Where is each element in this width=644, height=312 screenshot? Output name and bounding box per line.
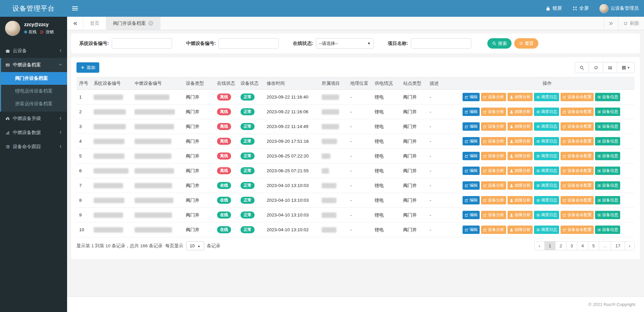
action-edit-button[interactable]: 设备分析: [481, 167, 506, 175]
table-search-button[interactable]: [575, 62, 589, 73]
sidebar-item-link[interactable]: 中燃设备升级: [0, 112, 67, 126]
sidebar-subitem[interactable]: 阀门井设备档案: [1, 72, 67, 85]
action-list-button[interactable]: 设备信息: [595, 196, 620, 204]
action-list-button[interactable]: 设备信息: [595, 226, 620, 234]
action-edit-button[interactable]: 设备命令配置: [560, 122, 594, 131]
system-device-no-input[interactable]: [112, 38, 172, 49]
action-list-button[interactable]: 设备信息: [595, 122, 620, 131]
action-edit-button[interactable]: 编辑: [463, 181, 480, 190]
page-link[interactable]: 17: [611, 241, 625, 250]
page-link[interactable]: 1: [544, 241, 556, 250]
action-edit-button[interactable]: 设备命令配置: [560, 167, 594, 175]
tab-valve-well-archive[interactable]: 阀门井设备档案 ×: [106, 17, 160, 30]
fullscreen-button[interactable]: 全屏: [567, 0, 594, 17]
page-link[interactable]: ‹: [534, 241, 545, 250]
action-list-button[interactable]: 调度日志: [534, 211, 559, 219]
page-link[interactable]: 5: [588, 241, 599, 250]
action-user-button[interactable]: 故障分析: [507, 137, 533, 145]
action-edit-button[interactable]: 设备分析: [481, 196, 506, 204]
reset-button[interactable]: 重置: [514, 38, 538, 49]
user-menu[interactable]: 云设备管理员: [594, 0, 644, 17]
status-link[interactable]: 在线: [29, 29, 37, 35]
online-status-select[interactable]: --请选择-- ▼: [316, 38, 374, 49]
page-link[interactable]: 2: [555, 241, 567, 250]
action-user-button[interactable]: 故障分析: [507, 211, 533, 219]
page-link[interactable]: 4: [577, 241, 588, 250]
action-edit-button[interactable]: 设备命令配置: [560, 196, 594, 204]
action-list-button[interactable]: 设备信息: [595, 167, 620, 175]
action-list-button[interactable]: 设备信息: [595, 181, 620, 190]
action-user-button[interactable]: 故障分析: [507, 181, 533, 190]
tab-close-icon[interactable]: ×: [148, 21, 153, 26]
action-edit-button[interactable]: 设备命令配置: [560, 181, 594, 190]
table-refresh-button[interactable]: [589, 62, 603, 73]
sidebar-item-link[interactable]: 云设备: [0, 44, 67, 58]
logout-link[interactable]: 注销: [46, 29, 54, 35]
action-edit-button[interactable]: 编辑: [463, 108, 480, 116]
sidebar-item-link[interactable]: 设备命令跟踪: [0, 140, 67, 154]
action-list-button[interactable]: 设备信息: [595, 137, 620, 145]
search-button[interactable]: 搜索: [487, 38, 512, 49]
toggle-view-button[interactable]: [603, 62, 617, 73]
action-edit-button[interactable]: 编辑: [463, 226, 480, 234]
action-edit-button[interactable]: 设备命令配置: [560, 108, 594, 116]
sidebar-item-link[interactable]: 中燃设备数据: [0, 126, 67, 140]
action-list-button[interactable]: 调度日志: [534, 137, 559, 145]
action-edit-button[interactable]: 编辑: [463, 137, 480, 145]
tab-home[interactable]: 首页: [83, 17, 106, 30]
page-link[interactable]: ›: [625, 241, 635, 250]
gas-device-no-input[interactable]: [218, 38, 279, 49]
action-edit-button[interactable]: 设备分析: [481, 137, 506, 145]
action-user-button[interactable]: 故障分析: [507, 93, 533, 101]
sidebar-subitem[interactable]: 锂电远传设备档案: [1, 85, 67, 98]
tabs-scroll-right-button[interactable]: [604, 17, 618, 30]
columns-button[interactable]: ▼: [617, 62, 635, 73]
add-button[interactable]: 添加: [76, 62, 99, 73]
action-edit-button[interactable]: 编辑: [463, 167, 480, 175]
action-edit-button[interactable]: 设备分析: [481, 93, 506, 101]
action-edit-button[interactable]: 编辑: [463, 196, 480, 204]
action-edit-button[interactable]: 设备命令配置: [560, 152, 594, 160]
action-list-button[interactable]: 设备信息: [595, 93, 620, 101]
sidebar-item-link[interactable]: 中燃设备档案: [1, 58, 67, 72]
action-list-button[interactable]: 调度日志: [534, 196, 559, 204]
action-user-button[interactable]: 故障分析: [507, 152, 533, 160]
page-size-select[interactable]: 10 ▲: [186, 241, 204, 250]
action-edit-button[interactable]: 编辑: [463, 122, 480, 131]
action-edit-button[interactable]: 设备命令配置: [560, 93, 594, 101]
action-user-button[interactable]: 故障分析: [507, 122, 533, 131]
tabs-scroll-left-button[interactable]: [67, 17, 83, 30]
action-edit-button[interactable]: 设备命令配置: [560, 226, 594, 234]
lock-screen-button[interactable]: 锁屏: [540, 0, 567, 17]
action-edit-button[interactable]: 编辑: [463, 152, 480, 160]
action-edit-button[interactable]: 设备分析: [481, 211, 506, 219]
action-edit-button[interactable]: 设备分析: [481, 152, 506, 160]
action-list-button[interactable]: 设备信息: [595, 108, 620, 116]
action-list-button[interactable]: 调度日志: [534, 226, 559, 234]
action-list-button[interactable]: 调度日志: [534, 167, 559, 175]
action-list-button[interactable]: 调度日志: [534, 108, 559, 116]
action-user-button[interactable]: 故障分析: [507, 108, 533, 116]
action-list-button[interactable]: 调度日志: [534, 181, 559, 190]
action-edit-button[interactable]: 设备分析: [481, 122, 506, 131]
action-list-button[interactable]: 设备信息: [595, 152, 620, 160]
project-name-input[interactable]: [411, 38, 471, 49]
action-edit-button[interactable]: 设备分析: [481, 226, 506, 234]
tab-refresh-button[interactable]: 刷新: [618, 17, 644, 30]
sidebar-subitem[interactable]: 拼装远传设备档案: [1, 98, 67, 110]
action-list-button[interactable]: 调度日志: [534, 93, 559, 101]
action-list-button[interactable]: 调度日志: [534, 152, 559, 160]
page-link[interactable]: 3: [566, 241, 578, 250]
action-user-button[interactable]: 故障分析: [507, 167, 533, 175]
action-user-button[interactable]: 故障分析: [507, 226, 533, 234]
action-edit-button[interactable]: 编辑: [463, 93, 480, 101]
action-edit-button[interactable]: 设备命令配置: [560, 137, 594, 145]
action-edit-button[interactable]: 设备分析: [481, 181, 506, 190]
sidebar-toggle-button[interactable]: [67, 0, 83, 17]
app-title[interactable]: 设备管理平台: [0, 0, 67, 17]
action-list-button[interactable]: 调度日志: [534, 122, 559, 131]
action-edit-button[interactable]: 设备分析: [481, 108, 506, 116]
action-edit-button[interactable]: 编辑: [463, 211, 480, 219]
action-list-button[interactable]: 设备信息: [595, 211, 620, 219]
action-user-button[interactable]: 故障分析: [507, 196, 533, 204]
